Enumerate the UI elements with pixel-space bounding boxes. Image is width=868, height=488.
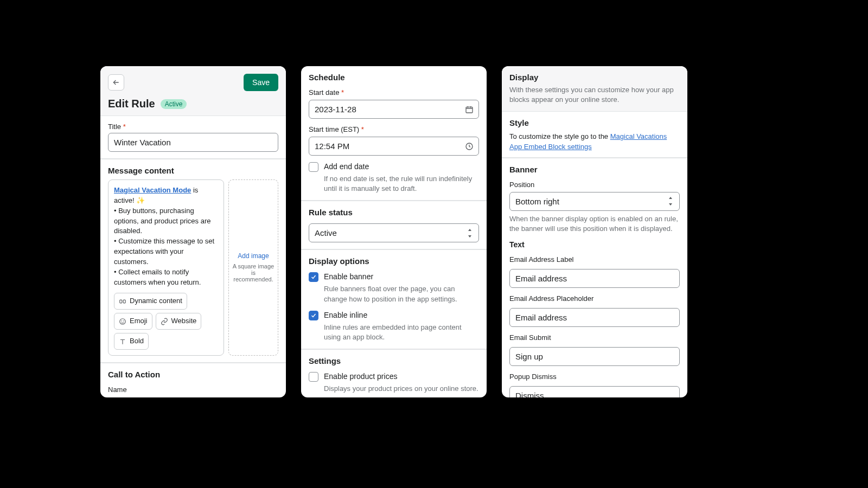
style-heading: Style <box>509 118 680 127</box>
panel-edit-rule: Save Edit Rule Active Title Message cont… <box>100 66 286 397</box>
cta-section: Call to Action Name Link <box>100 363 286 397</box>
display-heading: Display <box>509 73 680 82</box>
bold-button[interactable]: Bold <box>114 333 149 350</box>
cta-name-label: Name <box>108 386 278 394</box>
enable-inline-checkbox[interactable] <box>309 311 318 320</box>
email-label-label: Email Address Label <box>509 255 680 264</box>
title-input[interactable] <box>108 133 278 152</box>
enable-inline-label: Enable inline <box>324 311 367 319</box>
banner-heading: Banner <box>509 165 680 174</box>
message-editor[interactable]: Magical Vacation Mode is active! ✨ • Buy… <box>108 179 224 356</box>
email-placeholder-input[interactable] <box>509 308 680 327</box>
add-image-button[interactable]: Add image <box>238 252 269 260</box>
add-end-date-checkbox[interactable] <box>309 162 318 172</box>
clock-icon <box>465 142 474 151</box>
page-title: Edit Rule <box>108 98 155 110</box>
start-time-label: Start time (EST) <box>309 125 479 133</box>
cta-heading: Call to Action <box>108 370 278 379</box>
rule-status-heading: Rule status <box>309 208 479 217</box>
svg-rect-1 <box>123 300 125 303</box>
website-button[interactable]: Website <box>156 313 202 330</box>
settings-heading: Settings <box>309 356 479 365</box>
calendar-icon <box>465 105 474 114</box>
emoji-button[interactable]: Emoji <box>114 313 152 330</box>
svg-rect-5 <box>466 107 473 113</box>
panel-schedule: Schedule Start date Start time (EST) <box>301 66 487 397</box>
select-caret-icon <box>467 229 473 237</box>
emoji-icon <box>119 318 126 325</box>
link-icon <box>119 298 126 305</box>
start-time-input[interactable] <box>309 137 479 156</box>
display-subtext: With these settings you can customize ho… <box>509 85 680 105</box>
display-options-heading: Display options <box>309 256 479 266</box>
vacation-mode-link[interactable]: Magical Vacation Mode <box>114 186 191 194</box>
enable-banner-label: Enable banner <box>324 272 373 281</box>
image-hint: A square image is recommended. <box>232 263 275 282</box>
text-icon <box>119 338 126 345</box>
start-date-input[interactable] <box>309 100 479 119</box>
enable-banner-help: Rule banners float over the page, you ca… <box>324 284 479 304</box>
message-preview: Magical Vacation Mode is active! ✨ • Buy… <box>114 185 218 287</box>
panel-display: Display With these settings you can cust… <box>502 66 687 397</box>
email-submit-label: Email Submit <box>509 333 680 342</box>
enable-prices-checkbox[interactable] <box>309 372 318 382</box>
message-section: Message content Magical Vacation Mode is… <box>100 159 286 362</box>
email-placeholder-label: Email Address Placeholder <box>509 294 680 303</box>
position-help: When the banner display option is enable… <box>509 214 680 234</box>
dynamic-content-button[interactable]: Dynamic content <box>114 293 187 310</box>
dismiss-input[interactable] <box>509 386 680 397</box>
image-dropzone[interactable]: Add image A square image is recommended. <box>228 179 278 356</box>
back-button[interactable] <box>108 74 124 91</box>
select-caret-icon <box>667 197 674 206</box>
style-text: To customize the style go to the Magical… <box>509 132 680 151</box>
svg-point-2 <box>120 318 126 324</box>
email-label-input[interactable] <box>509 269 680 288</box>
save-button[interactable]: Save <box>244 74 278 91</box>
display-header: Display With these settings you can cust… <box>502 66 687 112</box>
enable-inline-help: Inline rules are embedded into page cont… <box>324 323 479 342</box>
rule-status-select[interactable]: Active <box>309 223 479 242</box>
schedule-heading: Schedule <box>309 73 479 82</box>
header: Save Edit Rule Active <box>100 66 286 116</box>
arrow-left-icon <box>112 78 120 87</box>
status-badge: Active <box>161 99 187 109</box>
title-label: Title <box>108 123 278 131</box>
position-select[interactable]: Bottom right <box>509 192 680 211</box>
add-end-date-help: If no end date is set, the rule will run… <box>324 174 479 194</box>
svg-point-3 <box>122 320 122 321</box>
svg-point-4 <box>123 320 124 321</box>
message-heading: Message content <box>108 166 278 175</box>
link-icon <box>161 318 168 325</box>
email-submit-input[interactable] <box>509 347 680 366</box>
enable-prices-help: Displays your product prices on your onl… <box>324 384 479 394</box>
start-date-label: Start date <box>309 88 479 97</box>
add-end-date-label: Add end date <box>324 162 369 171</box>
position-label: Position <box>509 181 680 189</box>
title-section: Title <box>100 116 286 158</box>
svg-rect-0 <box>120 300 122 303</box>
text-heading: Text <box>509 240 680 249</box>
dismiss-label: Popup Dismiss <box>509 373 680 381</box>
enable-banner-checkbox[interactable] <box>309 272 318 282</box>
enable-prices-label: Enable product prices <box>324 372 397 381</box>
